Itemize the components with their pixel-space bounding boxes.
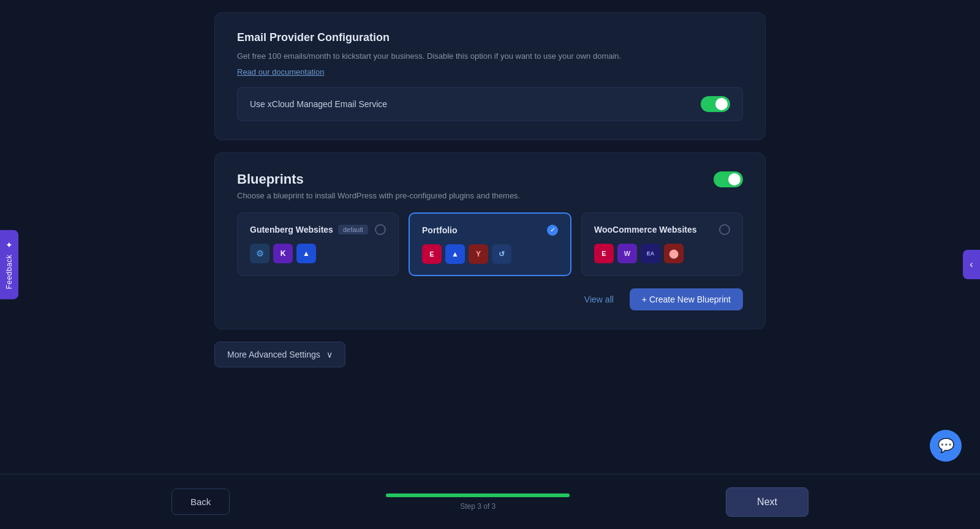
blueprints-toggle-switch[interactable]	[714, 171, 743, 187]
gutenberg-default-badge: default	[338, 225, 368, 234]
gutenberg-plugin-icons: ⚙ K ▲	[250, 244, 386, 263]
progress-area: Step 3 of 3	[386, 493, 570, 511]
progress-bar-container	[386, 493, 570, 497]
progress-label: Step 3 of 3	[460, 502, 496, 511]
updraft-icon: ↺	[492, 244, 511, 264]
view-all-button[interactable]: View all	[577, 290, 621, 309]
ea-icon: EA	[641, 244, 660, 263]
blueprint-card-portfolio[interactable]: Portfolio E ▲ Y ↺	[409, 212, 571, 276]
advanced-settings-button[interactable]: More Advanced Settings ∨	[214, 342, 345, 367]
blueprints-footer: View all + Create New Blueprint	[237, 288, 743, 310]
email-toggle-label: Use xCloud Managed Email Service	[250, 99, 387, 109]
blueprint-card-gutenberg[interactable]: Gutenberg Websites default ⚙ K ▲	[237, 212, 399, 276]
blueprints-card: Blueprints Choose a blueprint to install…	[214, 152, 766, 329]
elementor-icon-2: E	[594, 244, 614, 263]
bottom-navigation: Back Step 3 of 3 Next	[0, 474, 980, 529]
learndash-icon: ▲	[445, 244, 465, 264]
advanced-settings-label: More Advanced Settings	[227, 350, 320, 359]
elementor-icon-1: E	[422, 244, 442, 264]
email-toggle-row: Use xCloud Managed Email Service	[237, 87, 743, 121]
woo-icon: W	[617, 244, 637, 263]
yoast-icon: Y	[469, 244, 488, 264]
email-toggle-switch[interactable]	[701, 96, 730, 112]
gutenberg-card-header: Gutenberg Websites default	[250, 224, 386, 235]
progress-bar-fill	[386, 493, 570, 497]
documentation-link[interactable]: Read our documentation	[237, 67, 324, 77]
blueprint-cards-container: Gutenberg Websites default ⚙ K ▲ Portfol	[237, 212, 743, 276]
blueprints-header: Blueprints	[237, 171, 743, 187]
gutenberg-radio[interactable]	[375, 224, 386, 235]
redirection-icon: ⬤	[664, 244, 684, 263]
email-card-title: Email Provider Configuration	[237, 31, 743, 44]
chat-icon: 💬	[938, 438, 954, 454]
astra-icon: ▲	[296, 244, 316, 263]
portfolio-radio[interactable]	[547, 225, 558, 236]
blueprints-description: Choose a blueprint to install WordPress …	[237, 191, 743, 200]
portfolio-card-name: Portfolio	[422, 225, 458, 235]
woocommerce-radio[interactable]	[719, 224, 730, 235]
chat-button[interactable]: 💬	[930, 430, 962, 462]
woocommerce-card-name: WooCommerce Websites	[594, 225, 697, 234]
gutenberg-icon: ⚙	[250, 244, 270, 263]
kadence-icon: K	[273, 244, 293, 263]
email-card-description: Get free 100 emails/month to kickstart y…	[237, 50, 743, 62]
portfolio-plugin-icons: E ▲ Y ↺	[422, 244, 558, 264]
gutenberg-card-name: Gutenberg Websites	[250, 225, 333, 234]
back-button[interactable]: Back	[172, 489, 230, 515]
blueprints-title: Blueprints	[237, 171, 304, 187]
chevron-down-icon: ∨	[326, 350, 333, 359]
create-blueprint-button[interactable]: + Create New Blueprint	[630, 288, 743, 310]
woocommerce-card-header: WooCommerce Websites	[594, 224, 730, 235]
email-provider-card: Email Provider Configuration Get free 10…	[214, 12, 766, 140]
blueprint-card-woocommerce[interactable]: WooCommerce Websites E W EA ⬤	[581, 212, 743, 276]
woocommerce-plugin-icons: E W EA ⬤	[594, 244, 730, 263]
next-button[interactable]: Next	[726, 487, 809, 517]
portfolio-card-header: Portfolio	[422, 225, 558, 236]
